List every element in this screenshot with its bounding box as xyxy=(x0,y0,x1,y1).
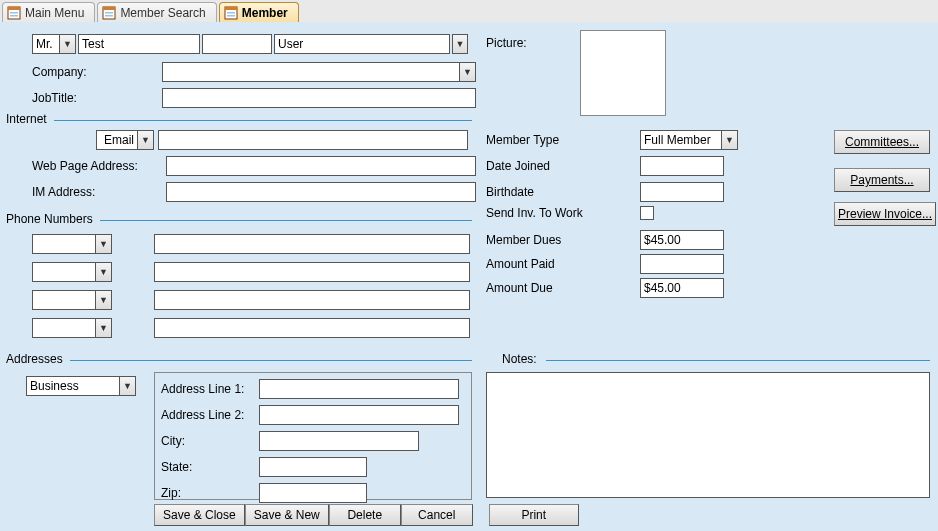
amount-due-label: Amount Due xyxy=(486,281,634,295)
email-type-combo[interactable]: ▼ xyxy=(96,130,154,150)
dropdown-button[interactable]: ▼ xyxy=(138,130,154,150)
date-joined-label: Date Joined xyxy=(486,159,634,173)
member-dues-label: Member Dues xyxy=(486,233,634,247)
phone-type-combo-3[interactable]: ▼ xyxy=(32,290,112,310)
phone-type-combo-4[interactable]: ▼ xyxy=(32,318,112,338)
addr-line2-field[interactable] xyxy=(259,405,459,425)
address-type-field[interactable] xyxy=(26,376,120,396)
member-type-field[interactable] xyxy=(640,130,722,150)
chevron-down-icon: ▼ xyxy=(99,240,108,249)
dropdown-button[interactable]: ▼ xyxy=(460,62,476,82)
tab-member-search[interactable]: Member Search xyxy=(97,2,216,22)
phone-3[interactable] xyxy=(154,290,470,310)
notes-label: Notes: xyxy=(502,352,537,366)
address-type-combo[interactable]: ▼ xyxy=(26,376,136,396)
phone-type-2[interactable] xyxy=(32,262,96,282)
suffix-dropdown[interactable]: ▼ xyxy=(452,34,468,54)
birthdate-field[interactable] xyxy=(640,182,724,202)
member-type-combo[interactable]: ▼ xyxy=(640,130,738,150)
payments-button[interactable]: Payments... xyxy=(834,168,930,192)
save-new-button[interactable]: Save & New xyxy=(245,504,329,526)
send-inv-label: Send Inv. To Work xyxy=(486,206,634,220)
bottom-button-bar: Save & Close Save & New Delete Cancel Pr… xyxy=(154,504,579,526)
amount-paid-field[interactable] xyxy=(640,254,724,274)
phone-type-combo-2[interactable]: ▼ xyxy=(32,262,112,282)
phone-type-3[interactable] xyxy=(32,290,96,310)
middle-name-field[interactable] xyxy=(202,34,272,54)
form-icon xyxy=(102,6,116,20)
prefix-combo[interactable]: ▼ xyxy=(32,34,76,54)
dropdown-button[interactable]: ▼ xyxy=(96,234,112,254)
chevron-down-icon: ▼ xyxy=(99,324,108,333)
chevron-down-icon: ▼ xyxy=(725,136,734,145)
city-field[interactable] xyxy=(259,431,419,451)
company-field[interactable] xyxy=(162,62,460,82)
email-field[interactable] xyxy=(158,130,468,150)
svg-rect-2 xyxy=(10,12,18,14)
addresses-section-label: Addresses xyxy=(6,352,63,366)
tab-main-menu[interactable]: Main Menu xyxy=(2,2,95,22)
prefix-field[interactable] xyxy=(32,34,60,54)
dropdown-button[interactable]: ▼ xyxy=(120,376,136,396)
zip-field[interactable] xyxy=(259,483,367,503)
webpage-field[interactable] xyxy=(166,156,476,176)
member-dues-field[interactable] xyxy=(640,230,724,250)
svg-rect-9 xyxy=(225,7,237,10)
dropdown-button[interactable]: ▼ xyxy=(722,130,738,150)
form-icon xyxy=(7,6,21,20)
committees-button[interactable]: Committees... xyxy=(834,130,930,154)
tab-label: Member xyxy=(242,6,288,20)
chevron-down-icon: ▼ xyxy=(63,40,72,49)
company-combo[interactable]: ▼ xyxy=(162,62,476,82)
jobtitle-field[interactable] xyxy=(162,88,476,108)
state-label: State: xyxy=(161,460,259,474)
dropdown-button[interactable]: ▼ xyxy=(96,262,112,282)
chevron-down-icon: ▼ xyxy=(456,40,465,49)
internet-section-label: Internet xyxy=(6,112,47,126)
form-icon xyxy=(224,6,238,20)
company-label: Company: xyxy=(32,65,156,79)
send-inv-checkbox[interactable] xyxy=(640,206,654,220)
address-box: Address Line 1: Address Line 2: City: St… xyxy=(154,372,472,500)
tab-member[interactable]: Member xyxy=(219,2,299,22)
chevron-down-icon: ▼ xyxy=(99,296,108,305)
amount-due-field[interactable] xyxy=(640,278,724,298)
phone-section-label: Phone Numbers xyxy=(6,212,93,226)
delete-button[interactable]: Delete xyxy=(329,504,401,526)
dropdown-button[interactable]: ▼ xyxy=(60,34,76,54)
phone-4[interactable] xyxy=(154,318,470,338)
state-field[interactable] xyxy=(259,457,367,477)
email-type-field[interactable] xyxy=(96,130,138,150)
svg-rect-10 xyxy=(227,12,235,14)
addr-line2-label: Address Line 2: xyxy=(161,408,259,422)
chevron-down-icon: ▼ xyxy=(141,136,150,145)
phone-type-1[interactable] xyxy=(32,234,96,254)
addr-line1-field[interactable] xyxy=(259,379,459,399)
notes-field[interactable] xyxy=(486,372,930,498)
save-close-button[interactable]: Save & Close xyxy=(154,504,245,526)
phone-2[interactable] xyxy=(154,262,470,282)
jobtitle-label: JobTitle: xyxy=(32,91,156,105)
dropdown-button[interactable]: ▼ xyxy=(96,318,112,338)
last-name-field[interactable] xyxy=(274,34,450,54)
phone-type-4[interactable] xyxy=(32,318,96,338)
phone-1[interactable] xyxy=(154,234,470,254)
zip-label: Zip: xyxy=(161,486,259,500)
picture-label: Picture: xyxy=(486,36,527,50)
date-joined-field[interactable] xyxy=(640,156,724,176)
first-name-field[interactable] xyxy=(78,34,200,54)
svg-rect-3 xyxy=(10,15,18,17)
chevron-down-icon: ▼ xyxy=(99,268,108,277)
print-button[interactable]: Print xyxy=(489,504,579,526)
addr-line1-label: Address Line 1: xyxy=(161,382,259,396)
dropdown-button[interactable]: ▼ xyxy=(96,290,112,310)
cancel-button[interactable]: Cancel xyxy=(401,504,473,526)
preview-invoice-button[interactable]: Preview Invoice... xyxy=(834,202,936,226)
webpage-label: Web Page Address: xyxy=(32,159,160,173)
picture-box[interactable] xyxy=(580,30,666,116)
city-label: City: xyxy=(161,434,259,448)
svg-rect-5 xyxy=(103,7,115,10)
im-field[interactable] xyxy=(166,182,476,202)
svg-rect-11 xyxy=(227,15,235,17)
phone-type-combo-1[interactable]: ▼ xyxy=(32,234,112,254)
